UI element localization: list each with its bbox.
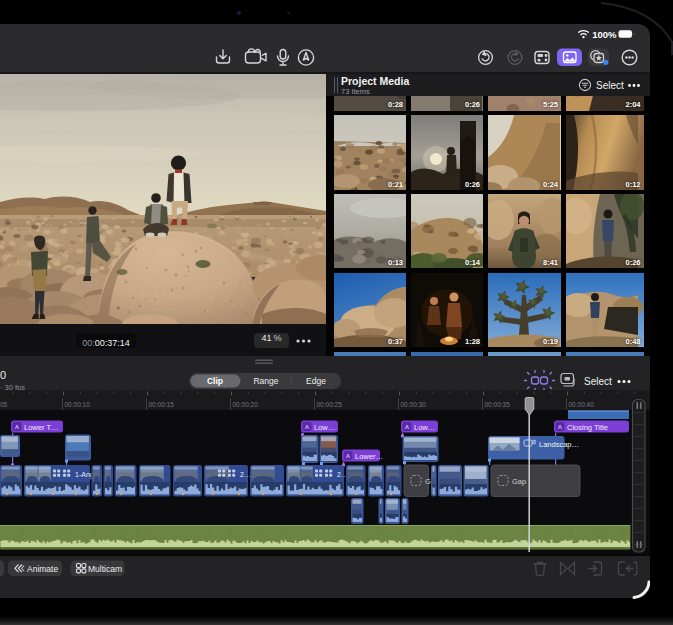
svg-text:Closing Title: Closing Title (567, 423, 608, 432)
svg-text:A: A (405, 424, 410, 430)
svg-text:A: A (15, 424, 20, 430)
svg-text:Select: Select (596, 80, 624, 91)
svg-text:00:00:35: 00:00:35 (485, 401, 511, 408)
svg-text:Gap: Gap (512, 477, 526, 486)
svg-text:Lower…: Lower… (355, 452, 383, 461)
svg-text:G: G (425, 477, 431, 486)
svg-text:00:00:15: 00:00:15 (149, 401, 175, 408)
svg-text:100%: 100% (592, 29, 617, 40)
svg-text:00:00:40: 00:00:40 (569, 401, 595, 408)
svg-text:Landscap…: Landscap… (539, 440, 579, 449)
svg-text:Multicam: Multicam (88, 564, 122, 574)
svg-text:Lower T…: Lower T… (24, 423, 58, 432)
svg-text:2…: 2… (240, 471, 251, 478)
svg-text:0: 0 (0, 369, 6, 381)
svg-text:Edge: Edge (306, 376, 326, 386)
svg-text:Select: Select (584, 376, 612, 387)
svg-text:Low…: Low… (314, 423, 335, 432)
svg-text:00:00:25: 00:00:25 (317, 401, 343, 408)
svg-text:Range: Range (253, 376, 278, 386)
svg-text:A: A (558, 424, 563, 430)
svg-text:Animate: Animate (27, 564, 58, 574)
svg-text:00:00:10: 00:00:10 (65, 401, 91, 408)
svg-text:00:00:20: 00:00:20 (233, 401, 259, 408)
svg-text:Clip: Clip (207, 376, 223, 386)
svg-text:A: A (305, 424, 310, 430)
svg-text:00:00:30: 00:00:30 (401, 401, 427, 408)
svg-text:05: 05 (0, 401, 8, 408)
svg-text:A: A (346, 453, 351, 459)
svg-text:Low…: Low… (414, 423, 435, 432)
